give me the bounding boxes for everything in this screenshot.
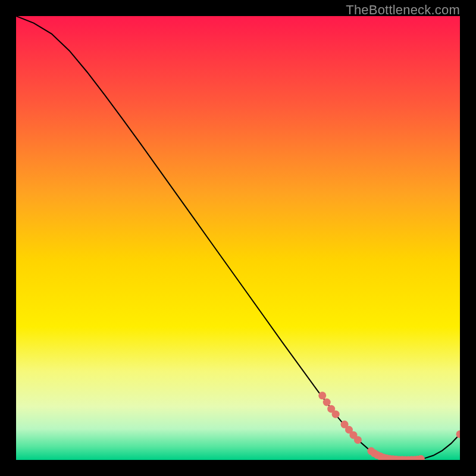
data-point: [354, 436, 362, 444]
data-point: [332, 411, 340, 418]
chart-svg: [16, 16, 460, 460]
data-point: [323, 399, 331, 406]
data-point: [318, 392, 326, 399]
chart-stage: TheBottleneck.com: [0, 0, 476, 476]
gradient-background: [16, 16, 460, 460]
plot-area: [16, 16, 460, 460]
